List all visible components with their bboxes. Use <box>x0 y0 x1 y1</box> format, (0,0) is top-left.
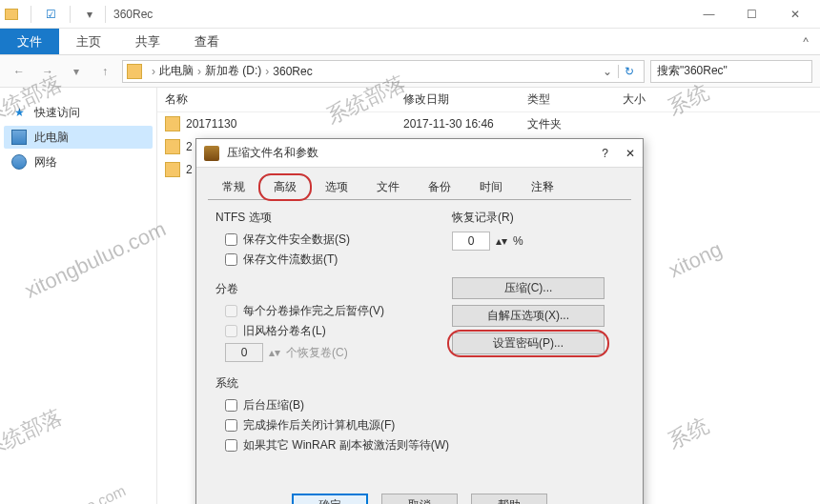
folder-icon <box>4 7 19 22</box>
file-name: 20171130 <box>186 117 403 131</box>
address-bar[interactable]: › 此电脑 › 新加卷 (D:) › 360Rec ⌄ ↻ <box>122 60 645 83</box>
cb-old-style: 旧风格分卷名(L) <box>225 323 452 339</box>
dtab-options[interactable]: 选项 <box>311 174 362 200</box>
nav-back-button[interactable]: ← <box>8 60 31 83</box>
window-buttons: — ☐ ✕ <box>687 0 816 29</box>
crumb-sep-icon: › <box>194 65 205 78</box>
nav-this-pc[interactable]: 此电脑 <box>4 126 153 149</box>
ribbon-tabs: 文件 主页 共享 查看 ^ <box>0 29 820 55</box>
ok-button[interactable]: 确定 <box>292 494 368 504</box>
help-button[interactable]: 帮助 <box>471 494 547 504</box>
dialog-footer: 确定 取消 帮助 <box>196 484 643 504</box>
window-title: 360Rec <box>113 8 153 21</box>
minimize-button[interactable]: — <box>687 0 730 29</box>
checkbox[interactable] <box>225 399 237 412</box>
crumb-sep-icon: › <box>148 65 159 78</box>
maximize-button[interactable]: ☐ <box>730 0 773 29</box>
refresh-icon[interactable]: ↻ <box>618 65 640 78</box>
search-input[interactable]: 搜索"360Rec" <box>650 60 812 83</box>
close-button[interactable]: ✕ <box>773 0 816 29</box>
pc-icon <box>11 130 27 145</box>
folder-icon <box>165 116 180 131</box>
address-dropdown-icon[interactable]: ⌄ <box>597 65 618 78</box>
checkbox <box>225 325 237 337</box>
cancel-button[interactable]: 取消 <box>381 494 458 504</box>
recovery-volumes-spinner: ▴▾ 个恢复卷(C) <box>225 343 452 362</box>
tab-share[interactable]: 共享 <box>118 29 177 54</box>
cb-wait-winrar[interactable]: 如果其它 WinRAR 副本被激活则等待(W) <box>225 437 624 454</box>
column-headers: 名称 修改日期 类型 大小 <box>157 88 820 112</box>
qat-dropdown-icon[interactable]: ▾ <box>82 7 97 22</box>
volumes-group: 分卷 每个分卷操作完之后暂停(V) 旧风格分卷名(L) ▴▾ 个恢复卷(C) <box>215 281 452 362</box>
nav-quick-access[interactable]: ★ 快速访问 <box>4 101 153 124</box>
nav-label: 此电脑 <box>34 130 69 146</box>
crumb-sep-icon: › <box>261 65 273 78</box>
dialog-title: 压缩文件名和参数 <box>227 145 318 161</box>
nav-network[interactable]: 网络 <box>4 151 153 173</box>
cb-save-security[interactable]: 保存文件安全数据(S) <box>225 232 452 248</box>
dtab-time[interactable]: 时间 <box>465 174 517 200</box>
set-password-button[interactable]: 设置密码(P)... <box>452 333 605 354</box>
dtab-backup[interactable]: 备份 <box>414 174 465 200</box>
dtab-general[interactable]: 常规 <box>208 174 259 200</box>
address-folder-icon <box>127 64 142 79</box>
col-name[interactable]: 名称 <box>157 88 396 111</box>
tab-home[interactable]: 主页 <box>59 29 118 54</box>
nav-up-button[interactable]: ↑ <box>93 60 116 83</box>
compress-button[interactable]: 压缩(C)... <box>452 277 605 299</box>
cb-pause-after: 每个分卷操作完之后暂停(V) <box>225 303 452 319</box>
recovery-pct-input[interactable] <box>452 232 490 251</box>
folder-icon <box>165 162 180 177</box>
dtab-advanced[interactable]: 高级 <box>259 174 311 200</box>
nav-forward-button[interactable]: → <box>36 60 59 83</box>
volumes-label: 分卷 <box>215 281 452 297</box>
qat-check-icon[interactable]: ☑ <box>43 7 58 22</box>
checkbox[interactable] <box>225 419 237 432</box>
tab-view[interactable]: 查看 <box>177 29 236 54</box>
checkbox[interactable] <box>225 233 237 246</box>
recovery-record-group: 恢复记录(R) ▴▾ % <box>452 210 624 251</box>
recovery-volumes-label: 个恢复卷(C) <box>286 345 348 361</box>
recovery-label: 恢复记录(R) <box>452 210 624 226</box>
checkbox[interactable] <box>225 253 237 266</box>
file-row[interactable]: 20171130 2017-11-30 16:46 文件夹 <box>157 112 820 135</box>
qat-sep <box>31 6 31 23</box>
spinner-icon[interactable]: ▴▾ <box>496 234 507 248</box>
ribbon-expand-icon[interactable]: ^ <box>791 29 820 54</box>
qat-sep2 <box>70 6 71 23</box>
file-date: 2017-11-30 16:46 <box>403 117 527 131</box>
spinner-icon: ▴▾ <box>269 346 280 359</box>
system-label: 系统 <box>215 375 624 392</box>
nav-recent-button[interactable]: ▾ <box>65 60 88 83</box>
dtab-files[interactable]: 文件 <box>362 174 414 200</box>
crumb-folder[interactable]: 360Rec <box>273 65 312 78</box>
file-name: 2 <box>186 163 193 176</box>
system-group: 系统 后台压缩(B) 完成操作后关闭计算机电源(F) 如果其它 WinRAR 副… <box>215 375 624 454</box>
file-tab[interactable]: 文件 <box>0 29 59 54</box>
checkbox[interactable] <box>225 439 237 452</box>
winrar-dialog: 压缩文件名和参数 ? ✕ 常规 高级 选项 文件 备份 时间 注释 NTFS 选… <box>195 138 644 504</box>
dialog-titlebar: 压缩文件名和参数 ? ✕ <box>196 139 643 168</box>
cb-shutdown[interactable]: 完成操作后关闭计算机电源(F) <box>225 417 624 433</box>
sfx-button[interactable]: 自解压选项(X)... <box>452 305 605 327</box>
crumb-pc[interactable]: 此电脑 <box>159 63 194 79</box>
nav-label: 网络 <box>34 154 57 171</box>
winrar-icon <box>204 146 219 161</box>
col-date[interactable]: 修改日期 <box>396 88 520 111</box>
crumb-drive[interactable]: 新加卷 (D:) <box>205 63 261 79</box>
folder-icon <box>165 139 180 154</box>
quick-access-toolbar: ☑ ▾ <box>4 6 97 23</box>
cb-save-streams[interactable]: 保存文件流数据(T) <box>225 252 452 268</box>
col-type[interactable]: 类型 <box>520 88 615 111</box>
title-sep <box>105 6 106 23</box>
title-bar: ☑ ▾ 360Rec — ☐ ✕ <box>0 0 820 29</box>
ntfs-group: NTFS 选项 保存文件安全数据(S) 保存文件流数据(T) <box>215 210 452 268</box>
file-type: 文件夹 <box>527 116 623 132</box>
checkbox <box>225 305 237 317</box>
dialog-help-button[interactable]: ? <box>602 147 608 160</box>
dialog-body: NTFS 选项 保存文件安全数据(S) 保存文件流数据(T) 分卷 每个分卷操作… <box>208 199 631 473</box>
dtab-comment[interactable]: 注释 <box>517 174 568 200</box>
col-size[interactable]: 大小 <box>615 88 691 111</box>
cb-background[interactable]: 后台压缩(B) <box>225 397 624 413</box>
dialog-close-button[interactable]: ✕ <box>625 147 635 160</box>
